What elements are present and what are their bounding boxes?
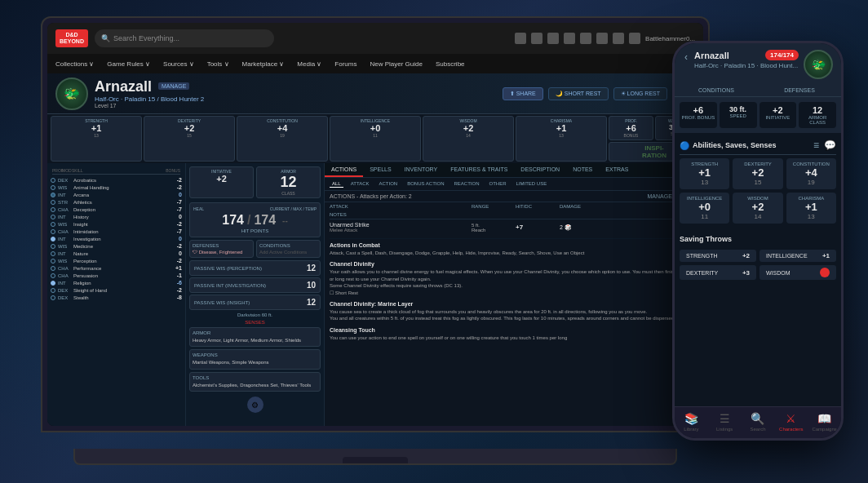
nav-new-player[interactable]: New Player Guide [370,60,422,68]
nav-forums[interactable]: Forums [334,60,356,68]
search-placeholder: Search Everything... [113,34,179,42]
passive-section: PASSIVE WIS (PERCEPTION) 12 PASSIVE INT … [189,260,321,310]
defenses-content: 🛡 Disease, Frightened [193,250,250,255]
tab-actions[interactable]: ACTIONS [325,163,363,177]
laptop-body: D&DBEYOND 🔍 Search Everything... Battleh… [41,16,710,432]
sub-tab-all[interactable]: ALL [330,180,343,188]
phone-save-intelligence: INTELLIGENCE +1 [760,250,836,262]
stat-constitution: CONSTITUTION +4 19 [237,116,328,162]
sub-tab-action[interactable]: ACTION [376,180,400,188]
conditions-add[interactable]: Add Active Conditions [259,250,317,255]
icon-4 [564,33,575,44]
nav-sources[interactable]: Sources ∨ [163,60,194,68]
sub-tab-other[interactable]: OTHER [487,180,509,188]
phone-saving-title: Saving Throws [680,233,836,246]
short-rest-button[interactable]: 🌙 SHORT REST [548,87,609,100]
attacks-table: ATTACK RANGE HIT/DC DAMAGE NOTES Unarmed… [325,202,703,239]
topbar-icons: Battlehammer0... [515,33,695,44]
phone-hp-badge: 174/174 [765,50,799,60]
phone-abilities-section: 🔵 Abilities, Saves, Senses ≡ 💬 STRENGTH … [680,136,836,227]
char-header: 🐲 Arnazall MANAGE Half-Orc · Paladin 15 … [47,73,703,114]
actions-text-section: Actions in Combat Attack, Cast a Spell, … [325,239,703,426]
hp-values: 174 / 174 -- [193,213,317,228]
icon-3 [547,33,559,44]
long-rest-button[interactable]: ☀ LONG REST [613,87,667,100]
phone-container: ‹ Arnazall 174/174 Half-Orc · Paladin 15… [672,41,844,441]
tab-description[interactable]: DESCRIPTION [514,163,566,177]
tab-spells[interactable]: SPELLS [363,163,397,177]
skill-dot-acrobatics [51,178,55,183]
phone-nav-characters[interactable]: ⚔ Characters [774,412,808,432]
nav-tools[interactable]: Tools ∨ [207,60,229,68]
phone-stat-initiative: +2 INITIATIVE [760,102,797,128]
tab-notes[interactable]: NOTES [566,163,599,177]
phone-char-header: ‹ Arnazall 174/174 Half-Orc · Paladin 15… [675,43,841,84]
skill-dot-athletics [51,200,55,205]
char-name-block: Arnazall MANAGE Half-Orc · Paladin 15 / … [95,79,496,109]
stat-charisma: CHARISMA +1 13 [516,116,607,162]
char-manage-badge[interactable]: MANAGE [158,82,189,90]
tools-icon[interactable]: ⚙ [247,397,264,413]
action-block-marine-layer: Channel Divinity: Marine Layer You cause… [330,301,698,322]
nav-marketplace[interactable]: Marketplace ∨ [242,60,285,68]
skill-dot-intimidation [51,229,55,234]
tools-section: TOOLS Alchemist's Supplies, Dragonchess … [189,372,321,392]
skill-acrobatics: DEX Acrobatics -2 [51,177,182,183]
phone-tab-conditions[interactable]: CONDITIONS [675,84,758,96]
phone-ability-dexterity: DEXTERITY +2 15 [733,158,782,189]
phone-save-wisdom: WISDOM [760,265,836,280]
senses-btn[interactable]: SENSES [189,320,321,325]
action-block-combat: Actions in Combat Attack, Cast a Spell, … [330,242,698,256]
phone-nav-search[interactable]: 🔍 Search [742,412,775,432]
tab-features[interactable]: FEATURES & TRAITS [444,163,514,177]
skill-intimidation: CHA Intimidation -7 [51,228,182,234]
tab-extras[interactable]: EXTRAS [599,163,635,177]
stat-intelligence: INTELLIGENCE +0 11 [330,116,421,162]
phone-save-dexterity: DEXTERITY +3 [680,265,756,280]
char-subclass: Half-Orc · Paladin 15 / Blood Hunter 2 [95,95,496,103]
icon-8 [629,33,640,44]
nav-game-rules[interactable]: Game Rules ∨ [107,60,150,68]
skill-animal-handling: WIS Animal Handling -2 [51,184,182,190]
skill-performance: CHA Performance +1 [51,265,182,271]
share-button[interactable]: ⬆ SHARE [503,87,543,100]
sub-tab-bonus[interactable]: BONUS ACTION [405,180,446,188]
tools-content: Alchemist's Supplies, Dragonchess Set, T… [193,382,317,388]
dnd-logo: D&DBEYOND [55,29,88,47]
phone-ability-strength: STRENGTH +1 13 [680,158,729,189]
phone-tab-defenses[interactable]: DEFENSES [758,84,841,96]
phone-back-button[interactable]: ‹ [683,50,689,79]
skill-perception: WIS Perception -2 [51,258,182,264]
passive-perception: PASSIVE WIS (PERCEPTION) 12 [189,260,321,276]
skill-dot-investigation [51,237,55,242]
search-bar[interactable]: 🔍 Search Everything... [95,29,274,47]
nav-media[interactable]: Media ∨ [297,60,321,68]
laptop-notch [343,457,408,463]
phone-tabs: CONDITIONS DEFENSES [675,84,841,97]
skill-insight: WIS Insight -2 [51,221,182,227]
phone-nav-campaigns[interactable]: 📖 Campaigns [808,412,841,432]
phone-abilities-header: 🔵 Abilities, Saves, Senses ≡ 💬 [680,136,836,155]
phone-nav-listings[interactable]: ☰ Listings [708,412,742,432]
phone-char-sub: Half-Orc · Paladin 15 · Blood Hunt... [694,62,799,69]
sub-tab-attack[interactable]: ATTACK [348,180,372,188]
nav-collections[interactable]: Collections ∨ [55,60,94,68]
search-icon: 🔍 [101,34,110,42]
skill-arcana: INT Arcana 0 [51,192,182,197]
action-block-cleansing-touch: Cleansing Touch You can use your action … [330,327,698,341]
skill-dot-persuasion [51,273,55,278]
char-actions: ⬆ SHARE 🌙 SHORT REST ☀ LONG REST ⚔ [503,82,695,105]
nav-subscribe[interactable]: Subscribe [436,60,465,68]
phone-abilities-expand[interactable]: ≡ [813,140,819,151]
armor-class-box: ARMOR 12 CLASS [256,166,321,198]
center-panel: INITIATIVE +2 ARMOR 12 CLASS [186,163,325,426]
skill-investigation: INT Investigation 0 [51,236,182,242]
phone-abilities-chat[interactable]: 💬 [824,140,836,151]
sub-tab-reaction[interactable]: REACTION [451,180,481,188]
char-name: Arnazall [95,79,152,94]
hp-max: 174 [254,213,276,228]
sub-tab-limited[interactable]: LIMITED USE [514,180,550,188]
tab-inventory[interactable]: INVENTORY [398,163,445,177]
phone-nav-library[interactable]: 📚 Library [675,412,708,432]
phone-stat-speed: 30 ft. SPEED [720,102,757,128]
